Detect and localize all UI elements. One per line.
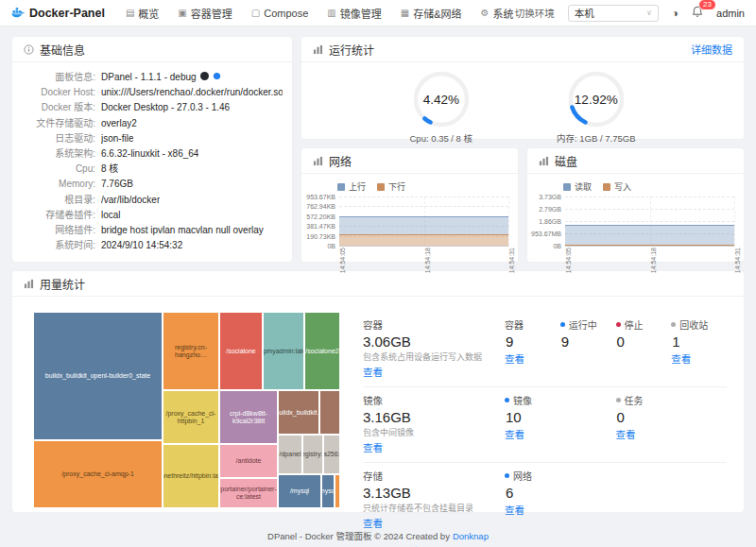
base-info-label: 系统架构: xyxy=(18,146,101,162)
base-info-label: 文件存储驱动: xyxy=(18,116,101,131)
legend-swatch xyxy=(377,183,385,191)
series-band-读取 xyxy=(565,225,734,245)
base-info-label: 存储卷插件: xyxy=(18,208,101,223)
nav-item-Compose[interactable]: ▢Compose xyxy=(251,8,309,19)
gridline xyxy=(339,246,508,247)
legend-item-写入[interactable]: 写入 xyxy=(603,180,631,193)
count-grid-row: 网络6查看 xyxy=(505,469,727,531)
count-stat-value: 6 xyxy=(506,485,727,501)
base-info-row: 系统时间:2024/9/10 14:54:32 xyxy=(18,238,283,253)
count-stat-view-link[interactable]: 查看 xyxy=(671,351,691,366)
size-stat-label: 镜像 xyxy=(363,393,505,407)
memory-gauge-ring: 12.92% xyxy=(567,70,626,128)
env-select[interactable]: 本机 ∨ xyxy=(568,5,659,22)
treemap-block: /mysql xyxy=(278,474,321,508)
memory-gauge: 12.92%内存: 1GB / 7.75GB xyxy=(557,70,635,145)
y-axis-tick: 1.86GB xyxy=(539,218,561,225)
github-icon[interactable] xyxy=(200,70,209,85)
y-axis-tick: 762.94KB xyxy=(306,203,335,210)
base-info-label: Docker 版本: xyxy=(18,100,101,115)
treemap-block: registry:2 xyxy=(302,435,323,474)
count-stat-label: 回收站 xyxy=(679,317,708,332)
cpu-gauge: 4.42%Cpu: 0.35 / 8 核 xyxy=(410,70,473,145)
count-stat-value: 10 xyxy=(506,409,616,425)
nav-item-label: Compose xyxy=(264,8,308,19)
run-stats-title: 运行统计 xyxy=(329,42,374,58)
count-stat-label: 网络 xyxy=(513,469,532,483)
base-info-value: 6.6.32-linuxkit - x86_64 xyxy=(101,146,198,162)
nav-item-容器管理[interactable]: ▣容器管理 xyxy=(178,6,232,21)
base-info-value: unix:///Users/renchao/.docker/run/docker… xyxy=(101,85,283,100)
nav-item-label: 概览 xyxy=(138,6,159,21)
image-icon: ▥ xyxy=(327,8,335,18)
nav-item-概览[interactable]: ▤概览 xyxy=(126,6,159,21)
legend-item-读取[interactable]: 读取 xyxy=(563,180,592,193)
y-axis-tick: 572.20KB xyxy=(306,213,335,219)
theme-toggle-icon[interactable]: ◑ xyxy=(672,7,679,20)
count-grid-row: 镜像10查看任务0查看 xyxy=(505,393,727,455)
count-stat-任务: 任务0查看 xyxy=(616,393,728,455)
main-nav: ▤概览▣容器管理▢Compose▥镜像管理▦存储&网络⚙系统 xyxy=(126,6,514,21)
bug-icon[interactable] xyxy=(213,70,221,85)
status-dot xyxy=(616,322,621,327)
chart-icon xyxy=(313,156,323,166)
notification-bell-icon[interactable]: 23 xyxy=(692,6,703,21)
nav-item-镜像管理[interactable]: ▥镜像管理 xyxy=(327,6,381,21)
count-stat-value: 0 xyxy=(617,409,728,425)
count-stat-view-link[interactable]: 查看 xyxy=(616,427,636,441)
treemap-block: buildx_buildkit_openl-builder0_state xyxy=(33,312,163,440)
size-stat-value: 3.06GB xyxy=(363,333,505,350)
count-stat-value: 9 xyxy=(506,333,560,350)
treemap-block: mysql xyxy=(321,474,335,508)
cpu-gauge-ring: 4.42% xyxy=(412,70,471,128)
count-stat-网络: 网络6查看 xyxy=(505,469,727,531)
count-grid-row: 容器9查看运行中9停止0回收站1查看 xyxy=(505,317,727,380)
y-axis-tick: 0B xyxy=(553,243,561,249)
count-stat-view-link[interactable]: 查看 xyxy=(505,351,524,366)
base-info-label: Cpu: xyxy=(18,162,101,177)
count-stat-header: 网络 xyxy=(505,469,727,483)
legend-item-下行[interactable]: 下行 xyxy=(377,180,405,193)
size-stat-view-link[interactable]: 查看 xyxy=(363,440,383,454)
nav-item-存储&网络[interactable]: ▦存储&网络 xyxy=(401,6,462,21)
base-info-row: Memory:7.76GB xyxy=(18,177,283,192)
chart-legend: 读取写入 xyxy=(527,174,744,195)
size-stat-view-link[interactable]: 查看 xyxy=(363,365,383,379)
size-stat-存储: 存储3.13GB只统计存储卷不包含挂载目录查看 xyxy=(363,469,505,531)
count-stat-label: 容器 xyxy=(505,317,524,332)
size-stat-label: 存储 xyxy=(363,469,505,483)
count-stat-label: 停止 xyxy=(625,317,644,332)
x-axis-tick: 14:54:31 xyxy=(508,248,515,273)
size-stat-desc: 包含系统占用设备运行写入数据 xyxy=(363,350,505,363)
nav-item-系统[interactable]: ⚙系统 xyxy=(481,6,514,21)
size-stat-容器: 容器3.06GB包含系统占用设备运行写入数据查看 xyxy=(363,317,505,380)
count-stat-view-link[interactable]: 查看 xyxy=(505,427,524,441)
count-stat-运行中: 运行中9 xyxy=(560,317,616,380)
legend-item-上行[interactable]: 上行 xyxy=(337,180,366,193)
treemap-block: portainer/portainer-ce:latest xyxy=(219,478,278,508)
user-menu[interactable]: admin xyxy=(716,8,745,19)
footer-author-link[interactable]: Donknap xyxy=(453,531,489,541)
disk-chart-title: 磁盘 xyxy=(555,153,577,169)
nav-item-label: 系统 xyxy=(493,6,514,21)
base-info-label: 根目录: xyxy=(18,193,101,208)
size-stat-desc: 包含中间镜像 xyxy=(363,426,505,438)
memory-gauge-caption: 内存: 1GB / 7.75GB xyxy=(557,131,635,145)
count-stat-view-link[interactable]: 查看 xyxy=(505,503,524,517)
base-info-label: 面板信息: xyxy=(18,70,101,85)
y-axis-tick: 0B xyxy=(327,243,335,249)
treemap-block: sha256:28 xyxy=(323,435,340,474)
size-stat-value: 3.16GB xyxy=(363,409,505,425)
treemap-block: /socialone2 xyxy=(304,312,340,390)
detail-data-link[interactable]: 详细数据 xyxy=(691,42,732,57)
count-stat-header: 任务 xyxy=(616,393,728,407)
usage-stats-card: 用量统计 buildx_buildkit_openl-builder0_stat… xyxy=(11,270,745,513)
base-info-label: Memory: xyxy=(18,177,101,192)
chevron-down-icon: ∨ xyxy=(646,9,652,17)
app-logo[interactable]: Docker-Panel xyxy=(11,7,105,20)
size-stat-镜像: 镜像3.16GB包含中间镜像查看 xyxy=(363,393,505,455)
count-stat-label: 镜像 xyxy=(513,393,532,407)
base-info-row: 根目录:/var/lib/docker xyxy=(18,193,283,208)
y-axis-tick: 953.67MB xyxy=(531,231,561,237)
gridline-vertical xyxy=(508,197,509,246)
